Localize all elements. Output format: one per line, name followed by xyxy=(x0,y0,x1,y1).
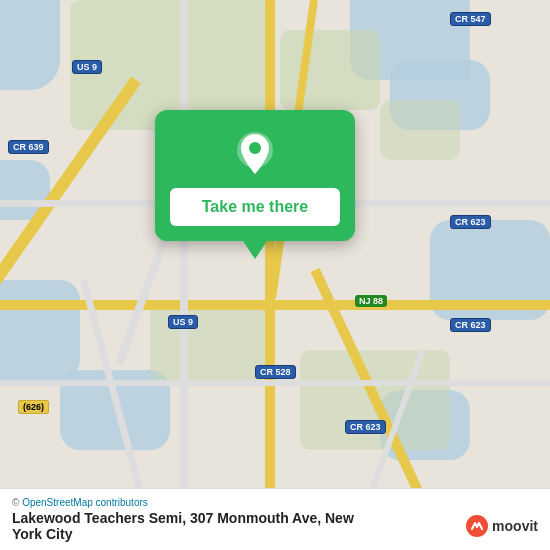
road-sign-cr639: CR 639 xyxy=(8,140,49,154)
moovit-text: moovit xyxy=(492,518,538,534)
svg-point-1 xyxy=(249,142,261,154)
road-sign-nj88: NJ 88 xyxy=(355,295,387,307)
road xyxy=(0,380,550,386)
bottom-bar: © OpenStreetMap contributors Lakewood Te… xyxy=(0,488,550,550)
road xyxy=(180,0,188,550)
map-attribution: © OpenStreetMap contributors xyxy=(12,497,538,508)
green-area xyxy=(280,30,380,110)
green-area xyxy=(380,100,460,160)
location-title: Lakewood Teachers Semi, 307 Monmouth Ave… xyxy=(12,510,538,542)
map-container: CR 547 US 9 CR 639 CR 623 NJ 88 US 9 CR … xyxy=(0,0,550,550)
road-sign-cr547: CR 547 xyxy=(450,12,491,26)
road-sign-cr623-mid: CR 623 xyxy=(450,318,491,332)
water-body xyxy=(0,0,60,90)
road-sign-cr626: (626) xyxy=(18,400,49,414)
action-card: Take me there xyxy=(155,110,355,241)
road-sign-us9-top: US 9 xyxy=(72,60,102,74)
moovit-logo: moovit xyxy=(465,514,538,538)
road-sign-cr528: CR 528 xyxy=(255,365,296,379)
copyright-symbol: © xyxy=(12,497,19,508)
road-sign-us9-bottom: US 9 xyxy=(168,315,198,329)
location-pin-icon xyxy=(231,130,279,178)
road-sign-cr623-bot: CR 623 xyxy=(345,420,386,434)
take-me-there-button[interactable]: Take me there xyxy=(170,188,340,226)
water-body xyxy=(0,280,80,380)
moovit-icon xyxy=(465,514,489,538)
road-sign-cr623-top: CR 623 xyxy=(450,215,491,229)
green-area xyxy=(150,300,270,380)
openstreetmap-link[interactable]: OpenStreetMap contributors xyxy=(22,497,148,508)
road xyxy=(0,300,550,310)
